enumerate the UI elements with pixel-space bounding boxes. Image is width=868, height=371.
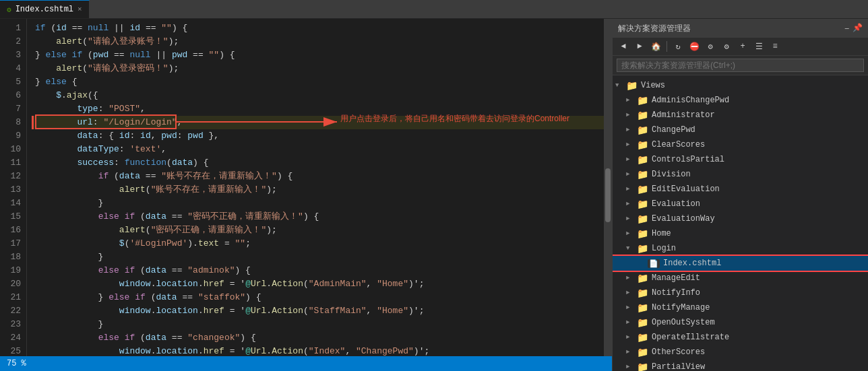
zoom-level: 75 %: [7, 359, 26, 368]
tree-item[interactable]: ► 📁 Division: [613, 167, 868, 182]
tree-item[interactable]: ► 📁 OtherScores: [613, 345, 868, 360]
tree-item-label: ControlsPartial: [652, 155, 724, 164]
main-area: 1234567891011121314151617181920212223242…: [0, 19, 868, 371]
folder-icon: 📁: [637, 228, 648, 240]
vertical-scrollbar[interactable]: [604, 19, 612, 356]
tree-arrow: ►: [626, 141, 636, 148]
folder-icon: 📁: [637, 288, 648, 299]
tree-item[interactable]: ► 📁 EditEvaluation: [613, 182, 868, 197]
folder-icon: 📁: [637, 317, 648, 329]
tree-item[interactable]: ► 📁 NotifyManage: [613, 300, 868, 315]
code-content[interactable]: if (id == null || id == "") { alert("请输入…: [27, 19, 604, 356]
toolbar-settings-btn[interactable]: ⚙: [704, 40, 717, 53]
toolbar-stop-btn[interactable]: ⛔: [687, 40, 701, 53]
tree-item-label: EditEvaluation: [652, 184, 720, 194]
tree-arrow: ►: [626, 156, 636, 163]
folder-icon: 📁: [637, 184, 648, 195]
tree-item[interactable]: ► 📁 ChangePwd: [613, 123, 868, 137]
code-line: }: [35, 197, 604, 210]
tree-item-label: Administrator: [652, 110, 715, 120]
toolbar-home-btn[interactable]: 🏠: [649, 40, 662, 53]
tree-item-label: OperateIllstrate: [652, 333, 729, 342]
toolbar-new-btn[interactable]: +: [736, 40, 749, 53]
editor-scroll: 1234567891011121314151617181920212223242…: [0, 19, 612, 356]
tree-item-label: NotifyManage: [652, 303, 710, 312]
tree-item-label: Index.cshtml: [663, 259, 721, 268]
tree-arrow: ▼: [626, 245, 636, 252]
tree-item[interactable]: ► 📁 Evaluation: [613, 197, 868, 211]
folder-icon: 📁: [637, 139, 648, 151]
tab-index-cshtml[interactable]: ⚙ Index.cshtml ×: [0, 0, 90, 18]
panel-pin-icon[interactable]: 📌: [852, 23, 863, 34]
tree-item-label: Evaluation: [652, 199, 700, 209]
tree-arrow: ▼: [615, 82, 625, 89]
tree-item[interactable]: ▼ 📁 Views: [613, 78, 868, 93]
toolbar-prop-btn[interactable]: ≡: [768, 40, 782, 53]
tree-arrow: ►: [626, 186, 636, 193]
tree-arrow: ►: [626, 201, 636, 207]
tree-item[interactable]: ► 📁 NotifyInfo: [613, 285, 868, 300]
tree-arrow: ►: [626, 319, 636, 326]
search-input[interactable]: [617, 59, 864, 72]
code-line: success: function(data) {: [35, 156, 604, 170]
tree-item-label: ManageEdit: [652, 273, 700, 283]
tree-item[interactable]: ► 📁 AdminisChangePwd: [613, 93, 868, 108]
tree-arrow: ►: [626, 290, 636, 296]
tab-close-button[interactable]: ×: [78, 5, 82, 13]
tree-item-label: Division: [652, 170, 691, 179]
tree-item[interactable]: ► 📁 EvaluationWay: [613, 211, 868, 226]
code-line: else if (data == "密码不正确，请重新输入！") {: [35, 210, 604, 224]
right-panel: 解决方案资源管理器 – 📌 ◄ ► 🏠 ↻ ⛔ ⚙ ⚙ + ☰ ≡ ▼ 📁 Vi…: [612, 19, 868, 371]
folder-icon: 📁: [637, 95, 648, 106]
panel-title: 解决方案资源管理器: [618, 23, 691, 34]
editor-area[interactable]: 1234567891011121314151617181920212223242…: [0, 19, 612, 371]
tree-item-label: Views: [641, 81, 665, 90]
folder-icon: 📁: [637, 199, 648, 210]
scrollbar-thumb[interactable]: [605, 168, 611, 222]
toolbar-refresh-btn[interactable]: ↻: [671, 40, 685, 53]
code-line: $.ajax({: [35, 89, 604, 102]
tree-item[interactable]: ► 📁 ClearScores: [613, 137, 868, 152]
tree-item[interactable]: ► 📁 OperateIllstrate: [613, 330, 868, 345]
tree-item-label: Login: [652, 244, 676, 253]
tree-item-label: ClearScores: [652, 140, 705, 149]
toolbar-show-all-btn[interactable]: ☰: [752, 40, 766, 53]
folder-icon: 📁: [637, 169, 648, 180]
toolbar-forward-btn[interactable]: ►: [633, 40, 646, 53]
tree-container[interactable]: ▼ 📁 Views ► 📁 AdminisChangePwd ► 📁 Admin…: [613, 75, 868, 371]
toolbar-back-btn[interactable]: ◄: [617, 40, 630, 53]
folder-icon: 📁: [637, 213, 648, 225]
tree-arrow: ►: [626, 275, 636, 281]
tree-item-label: AdminisChangePwd: [652, 96, 729, 105]
tree-item[interactable]: ▼ 📁 Login: [613, 241, 868, 256]
tree-item[interactable]: 📄 Index.cshtml: [613, 256, 868, 271]
code-line: window.location.href = '@Url.Action("Sta…: [35, 304, 604, 318]
code-line: url: "/Login/Login",: [32, 116, 604, 129]
panel-collapse-icon[interactable]: –: [844, 23, 850, 34]
tree-item[interactable]: ► 📁 Home: [613, 226, 868, 241]
tree-arrow: ►: [626, 215, 636, 222]
code-line: dataType: 'text',: [35, 143, 604, 156]
code-line: if (id == null || id == "") {: [35, 22, 604, 35]
folder-icon: 📁: [637, 273, 648, 284]
folder-icon: 📁: [626, 80, 638, 92]
tab-label: Index.cshtml: [16, 5, 73, 14]
code-line: if (data == "账号不存在，请重新输入！") {: [35, 170, 604, 183]
code-line: }: [35, 318, 604, 331]
tab-file-icon: ⚙: [7, 5, 11, 14]
tree-item-label: OtherScores: [652, 347, 705, 357]
tree-item[interactable]: ► 📁 PartialView: [613, 360, 868, 371]
tree-item-label: EvaluationWay: [652, 214, 715, 224]
tree-item[interactable]: ► 📁 Administrator: [613, 108, 868, 123]
toolbar-filter-btn[interactable]: ⚙: [720, 40, 733, 53]
folder-icon: 📁: [637, 302, 648, 314]
tree-item[interactable]: ► 📁 ControlsPartial: [613, 152, 868, 167]
tree-item[interactable]: ► 📁 ManageEdit: [613, 271, 868, 285]
cshtml-file-icon: 📄: [648, 259, 660, 268]
code-line: } else {: [35, 75, 604, 89]
tree-item[interactable]: ► 📁 OpenOutSystem: [613, 315, 868, 330]
code-line: else if (data == "adminok") {: [35, 264, 604, 277]
folder-icon: 📁: [637, 125, 648, 136]
tree-arrow: ►: [626, 349, 636, 356]
tree-arrow: ►: [626, 364, 636, 370]
